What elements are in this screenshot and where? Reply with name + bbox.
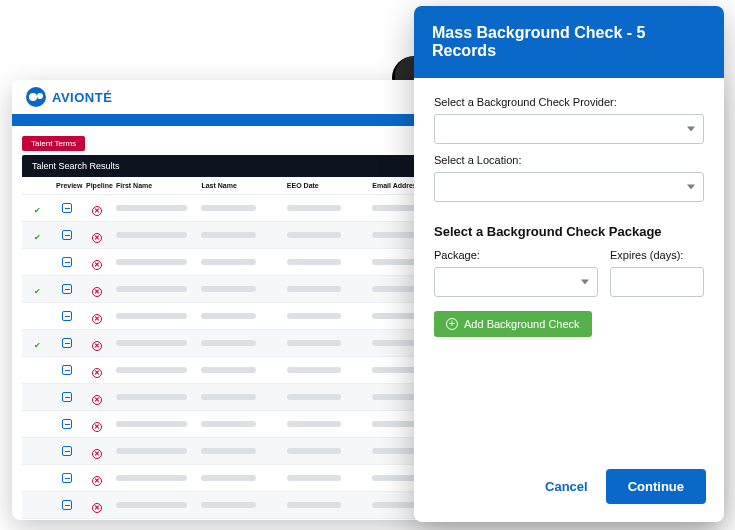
placeholder-text — [116, 286, 187, 292]
check-icon: ✔ — [34, 287, 41, 296]
placeholder-text — [116, 475, 187, 481]
expires-input[interactable] — [610, 267, 704, 297]
placeholder-text — [201, 448, 255, 454]
add-button-label: Add Background Check — [464, 318, 580, 330]
col-pipeline[interactable]: Pipeline — [82, 177, 112, 195]
pipeline-remove-icon[interactable]: ✕ — [92, 260, 102, 270]
placeholder-text — [116, 313, 187, 319]
modal-title: Mass Background Check - 5 Records — [414, 6, 724, 78]
col-last-name[interactable]: Last Name — [197, 177, 282, 195]
talent-terms-pill[interactable]: Talent Terms — [22, 136, 85, 151]
pipeline-remove-icon[interactable]: ✕ — [92, 314, 102, 324]
pipeline-remove-icon[interactable]: ✕ — [92, 341, 102, 351]
placeholder-text — [287, 367, 341, 373]
col-eeo-date[interactable]: EEO Date — [283, 177, 368, 195]
placeholder-text — [201, 259, 255, 265]
placeholder-text — [287, 286, 341, 292]
preview-icon[interactable] — [62, 365, 72, 375]
placeholder-text — [287, 205, 341, 211]
placeholder-text — [116, 394, 187, 400]
placeholder-text — [201, 205, 255, 211]
placeholder-text — [201, 394, 255, 400]
preview-icon[interactable] — [62, 311, 72, 321]
expires-label: Expires (days): — [610, 249, 704, 261]
chevron-down-icon — [687, 127, 695, 132]
placeholder-text — [116, 448, 187, 454]
pipeline-remove-icon[interactable]: ✕ — [92, 368, 102, 378]
placeholder-text — [201, 502, 255, 508]
placeholder-text — [201, 475, 255, 481]
pipeline-remove-icon[interactable]: ✕ — [92, 503, 102, 513]
placeholder-text — [116, 340, 187, 346]
placeholder-text — [287, 259, 341, 265]
placeholder-text — [287, 448, 341, 454]
preview-icon[interactable] — [62, 392, 72, 402]
placeholder-text — [201, 421, 255, 427]
placeholder-text — [116, 367, 187, 373]
preview-icon[interactable] — [62, 203, 72, 213]
continue-button[interactable]: Continue — [606, 469, 706, 504]
placeholder-text — [287, 394, 341, 400]
chevron-down-icon — [687, 185, 695, 190]
mass-background-check-modal: Mass Background Check - 5 Records Select… — [414, 6, 724, 522]
placeholder-text — [287, 232, 341, 238]
placeholder-text — [201, 367, 255, 373]
brand-name: AVIONTÉ — [52, 90, 112, 105]
package-select[interactable] — [434, 267, 598, 297]
placeholder-text — [201, 232, 255, 238]
pipeline-remove-icon[interactable]: ✕ — [92, 422, 102, 432]
placeholder-text — [116, 205, 187, 211]
check-icon: ✔ — [34, 233, 41, 242]
preview-icon[interactable] — [62, 257, 72, 267]
placeholder-text — [201, 313, 255, 319]
preview-icon[interactable] — [62, 473, 72, 483]
plus-circle-icon: + — [446, 318, 458, 330]
placeholder-text — [287, 313, 341, 319]
location-select[interactable] — [434, 172, 704, 202]
pipeline-remove-icon[interactable]: ✕ — [92, 287, 102, 297]
package-label: Package: — [434, 249, 598, 261]
pipeline-remove-icon[interactable]: ✕ — [92, 449, 102, 459]
chevron-down-icon — [581, 280, 589, 285]
pipeline-remove-icon[interactable]: ✕ — [92, 206, 102, 216]
brand: AVIONTÉ — [26, 87, 112, 107]
placeholder-text — [287, 340, 341, 346]
pipeline-remove-icon[interactable]: ✕ — [92, 395, 102, 405]
package-section-title: Select a Background Check Package — [434, 224, 704, 239]
placeholder-text — [201, 340, 255, 346]
location-label: Select a Location: — [434, 154, 704, 166]
cancel-button[interactable]: Cancel — [545, 479, 588, 494]
provider-label: Select a Background Check Provider: — [434, 96, 704, 108]
preview-icon[interactable] — [62, 230, 72, 240]
placeholder-text — [116, 232, 187, 238]
placeholder-text — [116, 259, 187, 265]
preview-icon[interactable] — [62, 284, 72, 294]
pipeline-remove-icon[interactable]: ✕ — [92, 233, 102, 243]
brand-logo-icon — [26, 87, 46, 107]
preview-icon[interactable] — [62, 338, 72, 348]
check-icon: ✔ — [34, 206, 41, 215]
col-preview[interactable]: Preview — [52, 177, 82, 195]
preview-icon[interactable] — [62, 446, 72, 456]
col-first-name[interactable]: First Name — [112, 177, 197, 195]
placeholder-text — [201, 286, 255, 292]
add-background-check-button[interactable]: + Add Background Check — [434, 311, 592, 337]
pipeline-remove-icon[interactable]: ✕ — [92, 476, 102, 486]
preview-icon[interactable] — [62, 500, 72, 510]
placeholder-text — [287, 475, 341, 481]
check-icon: ✔ — [34, 341, 41, 350]
placeholder-text — [116, 502, 187, 508]
placeholder-text — [287, 502, 341, 508]
placeholder-text — [287, 421, 341, 427]
preview-icon[interactable] — [62, 419, 72, 429]
provider-select[interactable] — [434, 114, 704, 144]
placeholder-text — [116, 421, 187, 427]
